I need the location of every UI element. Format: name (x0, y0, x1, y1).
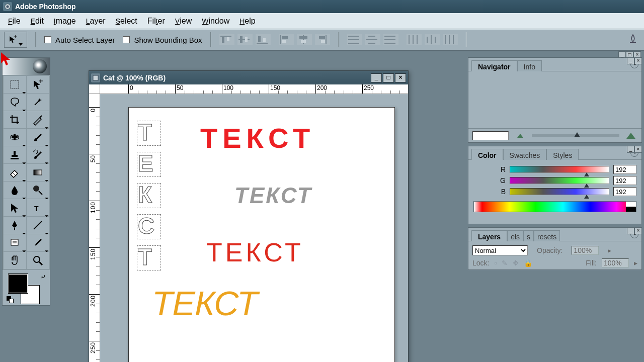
auto-select-checkbox[interactable] (44, 36, 51, 43)
align-bottom-icon[interactable] (256, 34, 271, 45)
panel-close-button[interactable]: × (634, 146, 642, 153)
history-brush-tool[interactable] (27, 146, 49, 163)
stamp-tool[interactable] (4, 146, 26, 163)
panel-close-button[interactable]: × (634, 227, 642, 234)
svg-rect-33 (417, 35, 418, 44)
tab-navigator[interactable]: Navigator (471, 60, 517, 71)
vertical-ruler[interactable]: 050100150200250 (89, 94, 100, 362)
palette-dock-icon[interactable] (626, 33, 640, 47)
default-colors-icon[interactable] (7, 296, 14, 303)
r-slider[interactable] (510, 166, 609, 173)
healing-tool[interactable] (4, 129, 26, 146)
magic-wand-tool[interactable] (27, 94, 49, 111)
bounding-box-checkbox[interactable] (123, 36, 130, 43)
menu-file[interactable]: File (3, 15, 26, 28)
marquee-tool[interactable] (4, 76, 26, 93)
tab-styles[interactable]: Styles (546, 149, 579, 160)
tab-color[interactable]: Color (471, 149, 503, 160)
panel-minimize-button[interactable]: _ (627, 146, 634, 153)
eraser-tool[interactable] (4, 164, 26, 181)
menu-select[interactable]: Select (111, 15, 142, 28)
align-top-icon[interactable] (219, 34, 234, 45)
distribute-left-icon[interactable] (407, 34, 422, 45)
align-vcenter-icon[interactable] (237, 34, 253, 45)
zoom-input[interactable] (472, 131, 509, 140)
blend-mode-select[interactable]: Normal (472, 245, 528, 255)
swap-colors-icon[interactable]: ⤾ (41, 273, 46, 280)
tab-layers[interactable]: Layers (471, 230, 507, 241)
g-slider[interactable] (510, 177, 609, 184)
navigator-preview[interactable] (468, 71, 641, 128)
path-select-tool[interactable] (4, 199, 26, 216)
doc-maximize-button[interactable]: □ (383, 73, 394, 82)
text-layer-red-thin[interactable]: ТЕКСТ (206, 237, 304, 267)
separator (210, 32, 211, 47)
lock-transparency-icon[interactable]: ▫ (494, 259, 497, 267)
menu-help[interactable]: Help (234, 15, 260, 28)
current-tool-preset[interactable] (4, 32, 27, 48)
line-tool[interactable] (27, 217, 49, 234)
distribute-right-icon[interactable] (443, 34, 458, 45)
opacity-value[interactable]: 100% (572, 246, 599, 255)
gradient-tool[interactable] (27, 164, 49, 181)
fill-value[interactable]: 100% (602, 258, 629, 267)
r-value-input[interactable] (613, 165, 636, 174)
lasso-tool[interactable] (4, 94, 26, 111)
zoom-in-icon[interactable] (624, 131, 637, 140)
lock-position-icon[interactable]: ✥ (513, 259, 519, 267)
ruler-origin[interactable] (89, 84, 100, 94)
move-tool[interactable] (27, 76, 49, 93)
foreground-color-swatch[interactable] (9, 274, 28, 293)
text-layer-orange-italic[interactable]: ТЕКСТ (152, 284, 258, 323)
text-layer-red-bold[interactable]: ТЕКСТ (200, 122, 315, 154)
tab-paths[interactable]: s (523, 230, 534, 241)
slice-tool[interactable] (27, 111, 49, 128)
tab-presets[interactable]: resets (534, 230, 560, 241)
g-value-input[interactable] (613, 176, 636, 185)
text-layer-gray-italic[interactable]: ТЕКСТ (234, 183, 312, 208)
type-tool[interactable]: T (27, 199, 49, 216)
tab-swatches[interactable]: Swatches (503, 149, 547, 160)
tab-channels[interactable]: els (507, 230, 523, 241)
doc-minimize-button[interactable]: _ (371, 73, 382, 82)
blur-tool[interactable] (4, 182, 26, 199)
document-titlebar[interactable]: Cat @ 100% (RGB) _ □ × (89, 71, 408, 84)
panel-minimize-button[interactable]: _ (627, 227, 634, 234)
lock-pixels-icon[interactable]: ✎ (502, 259, 508, 267)
align-right-icon[interactable] (315, 34, 330, 45)
eyedropper-tool[interactable] (27, 234, 49, 251)
distribute-bottom-icon[interactable] (383, 34, 398, 45)
notes-tool[interactable] (4, 234, 26, 251)
zoom-slider[interactable] (532, 134, 619, 137)
menu-edit[interactable]: Edit (26, 15, 49, 28)
dodge-tool[interactable] (27, 182, 49, 199)
zoom-out-icon[interactable] (514, 131, 527, 140)
b-value-input[interactable] (613, 187, 636, 196)
distribute-hcenter-icon[interactable] (425, 34, 440, 45)
canvas-area[interactable]: ТЕКСТ ТЕКСТ ТЕКСТ ТЕКСТ ТЕКСТ (100, 94, 408, 362)
canvas[interactable]: ТЕКСТ ТЕКСТ ТЕКСТ ТЕКСТ ТЕКСТ (128, 107, 395, 362)
doc-close-button[interactable]: × (395, 73, 406, 82)
distribute-vcenter-icon[interactable] (365, 34, 380, 45)
align-hcenter-icon[interactable] (297, 34, 312, 45)
menu-layer[interactable]: Layer (81, 15, 111, 28)
menu-window[interactable]: Window (197, 15, 234, 28)
b-slider[interactable] (510, 188, 609, 195)
zoom-tool[interactable] (27, 252, 49, 269)
distribute-top-icon[interactable] (347, 34, 362, 45)
horizontal-ruler[interactable]: 050100150200250300 (100, 84, 408, 94)
brush-tool[interactable] (27, 129, 49, 146)
lock-all-icon[interactable]: 🔒 (524, 259, 532, 267)
pen-tool[interactable] (4, 217, 26, 234)
tab-info[interactable]: Info (517, 60, 542, 71)
menu-image[interactable]: Image (49, 15, 81, 28)
menu-filter[interactable]: Filter (142, 15, 170, 28)
color-panel: _× Color Swatches Styles R G B (468, 146, 642, 224)
panel-close-button[interactable]: × (634, 57, 642, 64)
align-left-icon[interactable] (279, 34, 294, 45)
menu-view[interactable]: View (170, 15, 197, 28)
hand-tool[interactable] (4, 252, 26, 269)
crop-tool[interactable] (4, 111, 26, 128)
spectrum-bar[interactable] (473, 201, 636, 212)
panel-minimize-button[interactable]: _ (627, 57, 634, 64)
